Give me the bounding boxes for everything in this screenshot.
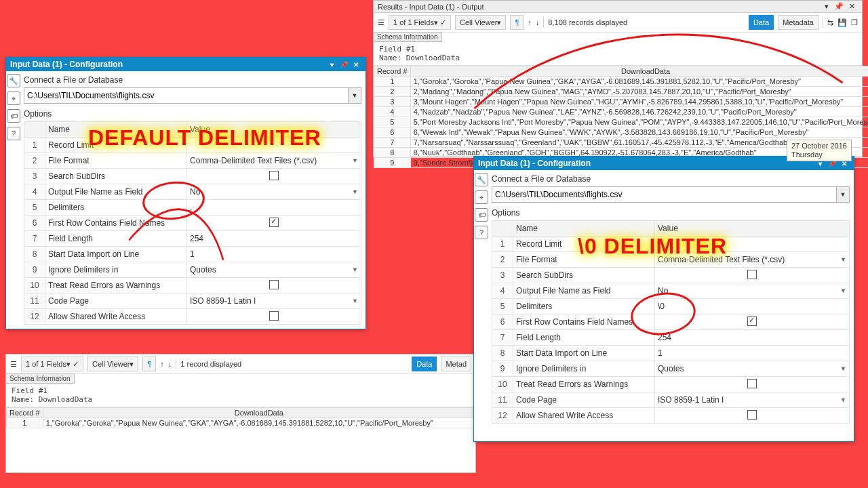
option-row[interactable]: 4Output File Name as FieldNo▼ [24, 184, 361, 200]
option-row[interactable]: 9Ignore Delimiters inQuotes▼ [492, 361, 850, 377]
file-path-combo[interactable]: ▼ [492, 186, 850, 203]
cell-viewer-dropdown[interactable]: Cell Viewer ▾ [87, 357, 138, 371]
checkbox[interactable] [747, 379, 757, 388]
target-icon[interactable]: ⌖ [475, 190, 488, 204]
option-row[interactable]: 8Start Data Import on Line1 [24, 247, 361, 262]
option-value[interactable]: Quotes▼ [655, 361, 850, 377]
wrench-icon[interactable]: 🔧 [7, 74, 20, 87]
option-row[interactable]: 12Allow Shared Write Access [492, 408, 850, 424]
option-value[interactable] [187, 278, 361, 293]
tag-icon[interactable]: 🏷 [475, 208, 488, 222]
option-row[interactable]: 10Treat Read Errors as Warnings [24, 278, 361, 293]
option-value[interactable] [655, 408, 850, 424]
list-icon[interactable]: ☰ [378, 18, 384, 27]
file-path-input[interactable] [492, 186, 837, 203]
paragraph-icon[interactable]: ¶ [142, 357, 156, 371]
metadata-button[interactable]: Metad [441, 357, 471, 371]
arrow-up-icon[interactable]: ↑ [160, 360, 164, 368]
option-value[interactable] [655, 314, 850, 330]
data-button[interactable]: Data [412, 357, 437, 371]
file-path-combo[interactable]: ▼ [24, 87, 361, 104]
option-value[interactable]: 1 [187, 247, 361, 262]
option-value[interactable]: 254 [187, 231, 361, 247]
option-value[interactable]: Comma-Delimited Text Files (*.csv)▼ [655, 252, 850, 268]
option-row[interactable]: 6First Row Contains Field Names [24, 216, 361, 231]
option-row[interactable]: 11Code PageISO 8859-1 Latin I▼ [24, 293, 361, 309]
arrows-icon[interactable]: ⇆ [827, 18, 833, 27]
fields-dropdown[interactable]: 1 of 1 Fields ▾ ✓ [21, 357, 83, 371]
checkbox[interactable] [747, 270, 757, 279]
tag-icon[interactable]: 🏷 [7, 109, 20, 123]
col-record[interactable]: Record # [7, 408, 43, 418]
arrow-up-icon[interactable]: ↑ [528, 18, 532, 26]
data-button[interactable]: Data [749, 15, 774, 30]
option-row[interactable]: 10Treat Read Errors as Warnings [492, 377, 850, 392]
option-row[interactable]: 2File FormatComma-Delimited Text Files (… [24, 153, 361, 169]
option-row[interactable]: 1Record Limit [492, 237, 850, 252]
dropdown-icon[interactable]: ▾ [822, 2, 831, 11]
option-value[interactable] [655, 377, 850, 392]
paragraph-icon[interactable]: ¶ [510, 15, 524, 30]
wrench-icon[interactable]: 🔧 [475, 173, 488, 186]
option-value[interactable]: ISO 8859-1 Latin I▼ [187, 293, 361, 309]
cell-viewer-dropdown[interactable]: Cell Viewer ▾ [455, 15, 506, 30]
table-row[interactable]: 44,"Nadzab","Nadzab","Papua New Guinea",… [374, 107, 869, 117]
option-row[interactable]: 1Record Limit [24, 138, 361, 153]
chevron-down-icon[interactable]: ▼ [349, 87, 361, 104]
option-value[interactable]: No▼ [655, 283, 850, 299]
checkbox[interactable] [269, 218, 279, 227]
option-value[interactable]: , [187, 200, 361, 216]
option-row[interactable]: 4Output File Name as FieldNo▼ [492, 283, 850, 299]
metadata-button[interactable]: Metadata [778, 15, 818, 30]
table-row[interactable]: 33,"Mount Hagen","Mount Hagen","Papua Ne… [374, 97, 869, 107]
arrow-down-icon[interactable]: ↓ [536, 18, 540, 26]
option-row[interactable]: 5Delimiters, [24, 200, 361, 216]
col-download[interactable]: DownloadData [43, 408, 475, 418]
option-value[interactable]: Comma-Delimited Text Files (*.csv)▼ [187, 153, 361, 169]
target-icon[interactable]: ⌖ [7, 92, 20, 105]
option-row[interactable]: 2File FormatComma-Delimited Text Files (… [492, 252, 850, 268]
table-row[interactable]: 1 1,"Goroka","Goroka","Papua New Guinea"… [7, 418, 475, 428]
checkbox[interactable] [747, 317, 757, 326]
col-download[interactable]: DownloadData [410, 66, 868, 77]
option-value[interactable] [655, 268, 850, 283]
dropdown-icon[interactable]: ▾ [326, 60, 337, 69]
option-value[interactable] [187, 138, 361, 153]
option-value[interactable] [187, 169, 361, 184]
arrow-down-icon[interactable]: ↓ [168, 360, 172, 368]
help-icon[interactable]: ? [475, 226, 488, 239]
option-row[interactable]: 3Search SubDirs [24, 169, 361, 184]
option-value[interactable]: 254 [655, 330, 850, 346]
table-row[interactable]: 22,"Madang","Madang","Papua New Guinea",… [374, 87, 869, 97]
close-icon[interactable]: ✕ [846, 2, 858, 11]
pin-icon[interactable]: 📌 [338, 60, 349, 69]
option-row[interactable]: 5Delimiters\0 [492, 299, 850, 314]
table-row[interactable]: 11,"Goroka","Goroka","Papua New Guinea",… [374, 77, 869, 87]
option-value[interactable] [187, 216, 361, 231]
option-value[interactable]: Quotes▼ [187, 262, 361, 278]
option-row[interactable]: 6First Row Contains Field Names [492, 314, 850, 330]
help-icon[interactable]: ? [7, 127, 20, 140]
option-row[interactable]: 7Field Length254 [24, 231, 361, 247]
checkbox[interactable] [269, 171, 279, 180]
option-value[interactable] [655, 237, 850, 252]
option-row[interactable]: 7Field Length254 [492, 330, 850, 346]
save-icon[interactable]: 💾 [837, 18, 847, 27]
chevron-down-icon[interactable]: ▼ [837, 186, 850, 203]
checkbox[interactable] [269, 311, 279, 321]
option-value[interactable]: 1 [655, 346, 850, 361]
col-record[interactable]: Record # [374, 66, 411, 77]
pin-icon[interactable]: 📌 [831, 2, 846, 11]
option-value[interactable]: No▼ [187, 184, 361, 200]
copy-icon[interactable]: ❐ [851, 18, 858, 27]
fields-dropdown[interactable]: 1 of 1 Fields ▾ ✓ [389, 15, 451, 30]
option-value[interactable]: ISO 8859-1 Latin I▼ [655, 392, 850, 408]
option-value[interactable]: \0 [655, 299, 850, 314]
option-value[interactable] [187, 309, 361, 325]
file-path-input[interactable] [24, 87, 349, 104]
option-row[interactable]: 12Allow Shared Write Access [24, 309, 361, 325]
option-row[interactable]: 11Code PageISO 8859-1 Latin I▼ [492, 392, 850, 408]
checkbox[interactable] [269, 280, 279, 289]
option-row[interactable]: 8Start Data Import on Line1 [492, 346, 850, 361]
table-row[interactable]: 55,"Port Moresby Jacksons Intl","Port Mo… [374, 117, 869, 127]
